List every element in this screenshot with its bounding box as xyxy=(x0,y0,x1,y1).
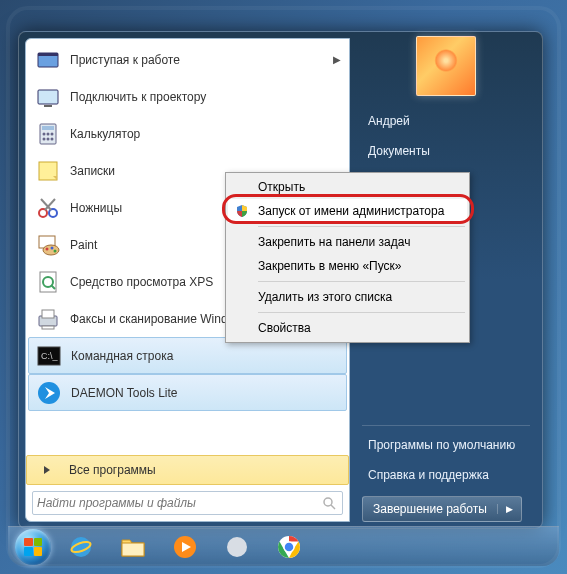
context-separator xyxy=(258,226,465,227)
context-menu: ОткрытьЗапуск от имени администратораЗак… xyxy=(225,172,470,343)
context-item-label: Открыть xyxy=(258,180,305,194)
context-item[interactable]: Свойства xyxy=(228,316,467,340)
context-item-label: Свойства xyxy=(258,321,311,335)
context-item-label: Закрепить в меню «Пуск» xyxy=(258,259,401,273)
context-item[interactable]: Открыть xyxy=(228,175,467,199)
context-item[interactable]: Запуск от имени администратора xyxy=(228,199,467,223)
context-item[interactable]: Закрепить в меню «Пуск» xyxy=(228,254,467,278)
context-item-label: Запуск от имени администратора xyxy=(258,204,444,218)
context-item[interactable]: Закрепить на панели задач xyxy=(228,230,467,254)
context-item-label: Удалить из этого списка xyxy=(258,290,392,304)
shield-icon xyxy=(234,203,250,219)
context-item-label: Закрепить на панели задач xyxy=(258,235,410,249)
context-separator xyxy=(258,312,465,313)
context-item[interactable]: Удалить из этого списка xyxy=(228,285,467,309)
context-separator xyxy=(258,281,465,282)
